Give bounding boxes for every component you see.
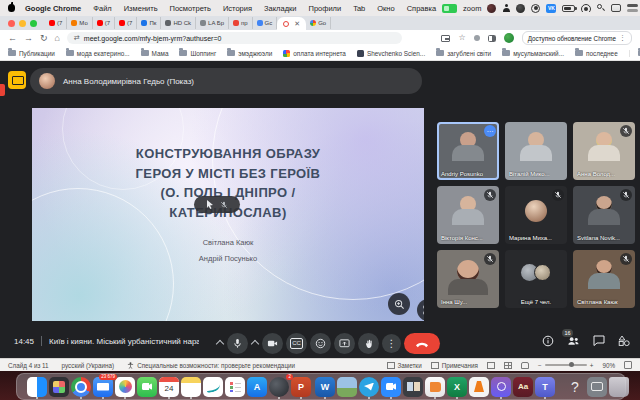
dock-stocks-icon[interactable] xyxy=(203,377,223,397)
menubar-app-name[interactable]: Google Chrome xyxy=(19,4,87,13)
menu-tab[interactable]: Tab xyxy=(347,4,371,13)
bookmark-folder-recent[interactable]: последнее xyxy=(575,50,618,57)
reading-view-button[interactable] xyxy=(521,362,529,369)
tab-5[interactable]: Пк xyxy=(137,17,161,29)
dock-zoom-icon[interactable] xyxy=(381,377,401,397)
mic-button[interactable] xyxy=(227,333,248,354)
menu-file[interactable]: Файл xyxy=(87,4,117,13)
participant-tile-svitlana-n[interactable]: Svitlana Novik... xyxy=(573,186,635,244)
input-source-icon[interactable] xyxy=(611,4,621,12)
bookmark-folder-shopping[interactable]: Шоппинг xyxy=(179,50,216,57)
chat-button[interactable] xyxy=(593,335,605,347)
close-window-button[interactable] xyxy=(8,20,15,27)
zoom-track[interactable] xyxy=(545,364,587,366)
fullscreen-window-button[interactable] xyxy=(30,20,37,27)
activities-button[interactable] xyxy=(618,335,630,347)
dock-mail-icon[interactable]: 23 679 xyxy=(93,377,113,397)
menu-window[interactable]: Окно xyxy=(371,4,400,13)
slide-expand-button[interactable] xyxy=(417,299,424,321)
zoom-slider[interactable]: − + xyxy=(538,362,593,369)
fit-slide-button[interactable] xyxy=(624,361,632,369)
dock-teams-icon[interactable]: T xyxy=(535,377,555,397)
tab-youtube-3[interactable]: (7 xyxy=(115,17,137,29)
language-status[interactable]: русский (Украина) xyxy=(62,362,115,369)
present-screen-button[interactable] xyxy=(334,333,355,354)
wifi-icon[interactable] xyxy=(581,4,591,12)
control-center-icon[interactable] xyxy=(627,4,638,12)
more-participants-tile[interactable]: Ещё 7 чел. xyxy=(505,250,567,308)
bookmark-folder-muslim[interactable]: мусульманский... xyxy=(502,50,564,57)
battery-icon[interactable] xyxy=(562,5,575,12)
dock-telegram-icon[interactable] xyxy=(359,377,379,397)
bookmark-folder-fashion[interactable]: мода екатерино... xyxy=(66,50,130,57)
dock-word-icon[interactable]: W xyxy=(315,377,335,397)
dock-dictionary-icon[interactable]: Aa xyxy=(513,377,533,397)
tab-9[interactable]: Gс xyxy=(253,17,278,29)
back-button[interactable]: ← xyxy=(8,34,17,43)
dock-notes-icon[interactable] xyxy=(181,377,201,397)
menu-history[interactable]: История xyxy=(217,4,258,13)
dock-photos-icon[interactable] xyxy=(115,377,135,397)
dock-display-settings-icon[interactable] xyxy=(587,377,607,397)
bookmark-star-icon[interactable]: ☆ xyxy=(458,34,465,42)
zoom-menubar-label[interactable]: zoom xyxy=(463,4,481,13)
profile-avatar[interactable] xyxy=(504,33,514,43)
tab-meet-active[interactable]: ✕ xyxy=(277,17,306,30)
bookmark-folder-5[interactable]: эмэджюэли xyxy=(227,50,272,57)
side-panel-icon[interactable] xyxy=(488,35,496,42)
slide-zoom-button[interactable] xyxy=(388,293,410,315)
zoom-in-icon[interactable]: + xyxy=(590,362,594,369)
dock-vlc-icon[interactable] xyxy=(469,377,489,397)
tab-gmail[interactable]: пр xyxy=(229,17,253,29)
dock-finder-icon[interactable] xyxy=(27,377,47,397)
people-button[interactable]: 16 xyxy=(567,335,580,347)
dock-facetime-icon[interactable] xyxy=(137,377,157,397)
media-control-icon[interactable] xyxy=(441,35,450,42)
tab-11[interactable]: Gо xyxy=(306,17,331,29)
browser-menu-icon[interactable]: ⋮ xyxy=(619,34,626,42)
participant-tile-viktoria[interactable]: Вікторія Конс... xyxy=(437,186,499,244)
camera-button[interactable] xyxy=(262,333,283,354)
menu-profiles[interactable]: Профили xyxy=(302,4,347,13)
status-app-icon[interactable] xyxy=(487,4,496,13)
meeting-details-button[interactable] xyxy=(542,335,554,347)
dock-image-file-icon[interactable] xyxy=(337,377,357,397)
forward-button[interactable]: → xyxy=(24,34,33,43)
participant-tile-marina[interactable]: Марина Миха... xyxy=(505,186,567,244)
zoom-percent[interactable]: 90% xyxy=(602,362,615,369)
notes-button[interactable]: Заметки xyxy=(387,362,422,369)
mic-options-chevron-icon[interactable] xyxy=(216,339,224,347)
dock-screenshots-icon[interactable] xyxy=(403,377,423,397)
dock-books-icon[interactable] xyxy=(425,377,445,397)
leave-call-button[interactable] xyxy=(404,333,440,354)
apple-menu-icon[interactable] xyxy=(8,4,15,12)
chrome-update-button[interactable]: Доступно обновление Chrome ⋮ xyxy=(522,31,632,45)
tab-2[interactable]: Мо xyxy=(67,17,92,29)
tab-6[interactable]: HD Ck xyxy=(161,17,196,29)
accessibility-status[interactable]: Специальные возможности: проверьте реком… xyxy=(127,362,295,369)
participant-tile-vitaliy[interactable]: Віталій Мико... xyxy=(505,122,567,180)
zoom-out-icon[interactable]: − xyxy=(538,362,542,369)
status-dark-circle-icon[interactable] xyxy=(516,4,525,13)
minimize-window-button[interactable] xyxy=(19,20,26,27)
url-bar[interactable]: ⇄ meet.google.com/mfy-bjem-yrm?authuser=… xyxy=(67,32,402,44)
tab-7[interactable]: LA Бр xyxy=(196,17,229,29)
tile-options-icon[interactable]: ⋯ xyxy=(484,125,496,137)
record-status-icon[interactable] xyxy=(531,4,540,13)
participant-tile-andriy[interactable]: ⋯ Andriy Posunko xyxy=(437,122,499,180)
vk-menubar-icon[interactable]: VK xyxy=(546,4,556,13)
dock-excel-icon[interactable]: X xyxy=(447,377,467,397)
bookmark-folder-lost-worlds[interactable]: загублені світи xyxy=(436,50,491,57)
normal-view-button[interactable] xyxy=(487,362,495,369)
menu-bookmarks[interactable]: Закладки xyxy=(258,4,302,13)
bookmark-folder-mama[interactable]: Мама xyxy=(141,50,169,57)
spotlight-search-icon[interactable] xyxy=(597,4,605,12)
home-button[interactable]: ⌂ xyxy=(55,34,60,43)
menu-edit[interactable]: Изменить xyxy=(118,4,164,13)
slide-counter[interactable]: Слайд 4 из 11 xyxy=(8,362,49,369)
dock-appstore-icon[interactable]: A xyxy=(247,377,267,397)
participant-tile-inna[interactable]: Інна Шу... xyxy=(437,250,499,308)
dock-missing-app-icon[interactable]: ? xyxy=(565,377,585,397)
reload-button[interactable]: ↻ xyxy=(40,34,48,43)
more-options-button[interactable]: ⋮ xyxy=(382,334,401,353)
